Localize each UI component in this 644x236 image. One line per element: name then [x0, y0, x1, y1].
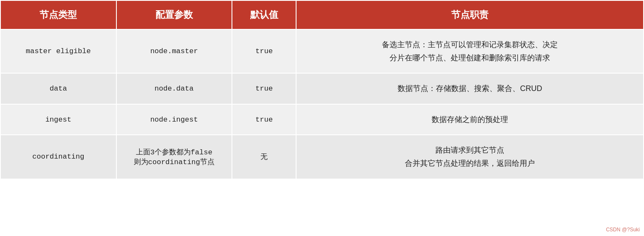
cell-param: node.data: [116, 73, 232, 104]
table-header-row: 节点类型 配置参数 默认值 节点职责: [0, 0, 644, 29]
table-row: master eligiblenode.mastertrue备选主节点：主节点可…: [0, 29, 644, 73]
cell-param: 上面3个参数都为false则为coordinating节点: [116, 135, 232, 179]
header-desc: 节点职责: [296, 0, 644, 29]
header-param: 配置参数: [116, 0, 232, 29]
cell-desc: 路由请求到其它节点合并其它节点处理的结果，返回给用户: [296, 135, 644, 179]
cell-desc: 数据节点：存储数据、搜索、聚合、CRUD: [296, 73, 644, 104]
header-type: 节点类型: [0, 0, 116, 29]
table-row: coordinating上面3个参数都为false则为coordinating节…: [0, 135, 644, 179]
cell-type: ingest: [0, 104, 116, 135]
cell-default: true: [232, 73, 296, 104]
table-body: master eligiblenode.mastertrue备选主节点：主节点可…: [0, 29, 644, 179]
table-row: ingestnode.ingesttrue数据存储之前的预处理: [0, 104, 644, 135]
node-types-table: 节点类型 配置参数 默认值 节点职责 master eligiblenode.m…: [0, 0, 644, 179]
table-container: 节点类型 配置参数 默认值 节点职责 master eligiblenode.m…: [0, 0, 644, 179]
cell-desc: 备选主节点：主节点可以管理和记录集群状态、决定分片在哪个节点、处理创建和删除索引…: [296, 29, 644, 73]
cell-type: data: [0, 73, 116, 104]
header-default: 默认值: [232, 0, 296, 29]
cell-type: master eligible: [0, 29, 116, 73]
cell-type: coordinating: [0, 135, 116, 179]
table-row: datanode.datatrue数据节点：存储数据、搜索、聚合、CRUD: [0, 73, 644, 104]
cell-desc: 数据存储之前的预处理: [296, 104, 644, 135]
cell-default: 无: [232, 135, 296, 179]
cell-param: node.ingest: [116, 104, 232, 135]
cell-default: true: [232, 104, 296, 135]
cell-default: true: [232, 29, 296, 73]
cell-param: node.master: [116, 29, 232, 73]
